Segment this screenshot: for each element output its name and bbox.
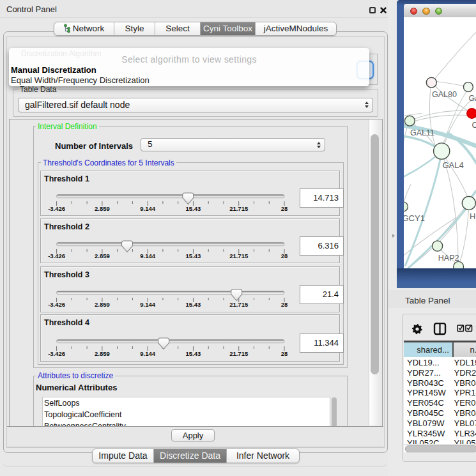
svg-text:H: H <box>470 211 475 221</box>
svg-text:GCY1: GCY1 <box>404 213 425 222</box>
svg-text:GA: GA <box>469 93 476 102</box>
svg-text:GAL11: GAL11 <box>410 128 434 137</box>
svg-text:C: C <box>472 120 476 129</box>
svg-text:GAL80: GAL80 <box>432 90 457 99</box>
svg-text:HAP2: HAP2 <box>438 253 459 262</box>
svg-text:GAL4: GAL4 <box>443 160 464 170</box>
